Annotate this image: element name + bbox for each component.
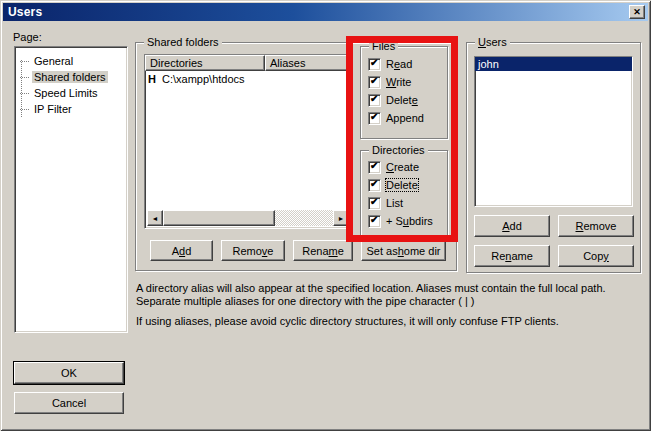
close-button[interactable]: ✕ (629, 5, 645, 19)
list-header: Directories Aliases (145, 55, 351, 71)
directory-path: C:\xampp\htdocs (162, 73, 245, 85)
shared-folders-group-label: Shared folders (144, 36, 222, 48)
checkbox-row-write[interactable]: Write (361, 73, 447, 91)
tree-item-label: Speed Limits (32, 87, 100, 99)
remove-directory-button[interactable]: Remove (221, 240, 285, 261)
column-header-directories[interactable]: Directories (145, 55, 265, 71)
checkbox-row-create[interactable]: Create (361, 158, 447, 176)
tree-line (21, 60, 22, 117)
checkbox-row-append[interactable]: Append (361, 109, 447, 127)
user-name: john (478, 58, 499, 70)
scrollbar-thumb[interactable] (163, 210, 275, 226)
tree-item-label: General (32, 55, 75, 67)
files-group-label: Files (369, 40, 398, 52)
users-list[interactable]: john (474, 56, 633, 207)
tree-item-speed-limits[interactable]: Speed Limits (20, 85, 127, 101)
delete-dirs-label: Delete (386, 179, 418, 191)
files-permissions-group: Files Read Write Delete Append (360, 46, 448, 139)
titlebar: Users ✕ (3, 3, 648, 21)
page-label: Page: (13, 31, 42, 43)
read-checkbox[interactable] (368, 58, 381, 71)
subdirs-checkbox[interactable] (368, 215, 381, 228)
write-checkbox[interactable] (368, 76, 381, 89)
write-label: Write (386, 76, 411, 88)
user-row-john[interactable]: john (475, 57, 632, 71)
add-user-button[interactable]: Add (474, 215, 550, 237)
checkbox-row-list[interactable]: List (361, 194, 447, 212)
scroll-left-button[interactable]: ◄ (147, 210, 163, 226)
tree-item-shared-folders[interactable]: Shared folders (20, 69, 127, 85)
delete-dirs-checkbox[interactable] (368, 179, 381, 192)
list-label: List (386, 197, 403, 209)
remove-user-button[interactable]: Remove (558, 215, 634, 237)
rename-user-button[interactable]: Rename (474, 245, 550, 267)
subdirs-label: + Subdirs (386, 215, 433, 227)
append-label: Append (386, 112, 424, 124)
tree-item-label: Shared folders (32, 71, 108, 83)
checkbox-row-subdirs[interactable]: + Subdirs (361, 212, 447, 230)
users-group-label: Users (475, 36, 510, 48)
alias-note-text: A directory alias will also appear at th… (136, 282, 644, 308)
list-checkbox[interactable] (368, 197, 381, 210)
scrollbar-track[interactable] (275, 210, 333, 226)
create-checkbox[interactable] (368, 161, 381, 174)
alias-notes: A directory alias will also appear at th… (136, 282, 644, 328)
checkbox-row-read[interactable]: Read (361, 55, 447, 73)
scroll-left-icon: ◄ (152, 215, 159, 222)
shared-folders-list: Directories Aliases H C:\xampp\htdocs ◄ … (144, 54, 352, 229)
page-tree: General Shared folders Speed Limits IP F… (14, 46, 128, 333)
cyclic-note-text: If using aliases, please avoid cyclic di… (136, 315, 644, 328)
add-directory-button[interactable]: Add (150, 240, 213, 261)
users-dialog: Users ✕ Page: General Shared folders Spe… (0, 0, 651, 431)
checkbox-row-delete-files[interactable]: Delete (361, 91, 447, 109)
delete-files-label: Delete (386, 94, 418, 106)
cancel-button[interactable]: Cancel (14, 392, 124, 414)
append-checkbox[interactable] (368, 112, 381, 125)
scroll-right-button[interactable]: ► (333, 210, 349, 226)
column-header-aliases[interactable]: Aliases (265, 55, 351, 71)
copy-user-button[interactable]: Copy (558, 245, 634, 267)
tree-item-general[interactable]: General (20, 53, 127, 69)
delete-files-checkbox[interactable] (368, 94, 381, 107)
directory-row[interactable]: H C:\xampp\htdocs (145, 71, 351, 86)
read-label: Read (386, 58, 412, 70)
scroll-right-icon: ► (338, 215, 345, 222)
close-icon: ✕ (633, 8, 641, 17)
home-dir-marker: H (148, 73, 162, 85)
set-as-home-dir-button[interactable]: Set as home dir (361, 240, 446, 261)
directories-group-label: Directories (369, 144, 428, 156)
directories-permissions-group: Directories Create Delete List + Subdirs (360, 150, 448, 237)
tree-item-ip-filter[interactable]: IP Filter (20, 101, 127, 117)
window-title: Users (3, 5, 42, 19)
ok-button[interactable]: OK (14, 362, 124, 384)
checkbox-row-delete-dirs[interactable]: Delete (361, 176, 447, 194)
rename-directory-button[interactable]: Rename (293, 240, 353, 261)
horizontal-scrollbar[interactable]: ◄ ► (147, 210, 349, 226)
tree-item-label: IP Filter (32, 103, 74, 115)
create-label: Create (386, 161, 419, 173)
